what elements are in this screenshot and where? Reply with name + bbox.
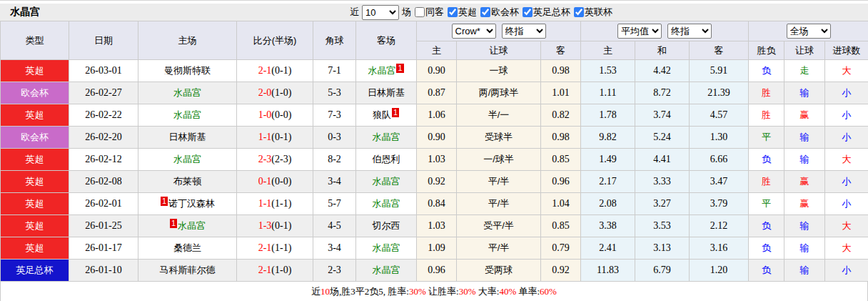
league-checkbox-label: 英联杯 — [585, 6, 612, 19]
home-team-cell: 日林斯基 — [138, 127, 237, 149]
asian-home-odds: 0.96 — [417, 260, 457, 282]
league-filter-英超[interactable]: 英超 — [444, 6, 477, 19]
asian-handicap: 受球半 — [457, 127, 541, 149]
home-team-name[interactable]: 曼彻斯特联 — [164, 65, 211, 76]
euro-away-odds: 6.66 — [690, 149, 749, 171]
league-checkbox[interactable] — [448, 7, 458, 17]
away-team-name[interactable]: 切尔西 — [373, 220, 400, 231]
away-team-name[interactable]: 伯恩利 — [373, 154, 400, 164]
col-header-type: 类型 — [1, 21, 69, 60]
match-row: 英超26-01-251水晶宫1-3(0-1)4-5切尔西1.03受平/半0.85… — [1, 215, 868, 237]
period-select[interactable]: 全场 — [787, 24, 831, 39]
corner-score: 5-3 — [313, 82, 356, 104]
league-filter-欧会杯[interactable]: 欧会杯 — [477, 6, 519, 19]
result-goals: 大 — [825, 149, 868, 171]
summary-segment: 近 — [311, 286, 321, 297]
asian-stage-select[interactable]: 终指 — [502, 24, 546, 39]
full-time-score: 1-0 — [258, 109, 272, 120]
league-checkbox[interactable] — [480, 7, 490, 17]
corner-score: 7-3 — [313, 104, 356, 127]
home-team-name[interactable]: 诺丁汉森林 — [168, 198, 215, 209]
recent-games-select[interactable]: 10 — [362, 5, 399, 20]
home-team-name[interactable]: 水晶宫 — [173, 154, 201, 164]
euro-home-odds: 2.17 — [581, 171, 635, 193]
euro-company-select[interactable]: 平均值 — [617, 24, 662, 39]
same-away-checkbox[interactable] — [415, 7, 425, 17]
full-time-score: 2-3 — [258, 154, 272, 164]
page-title: 水晶宫 — [10, 6, 40, 19]
corner-score: 2-3 — [313, 260, 356, 282]
result-goals: 大 — [825, 237, 868, 260]
home-team-cell: 马科斯菲尔德 — [138, 260, 237, 282]
result-outcome: 平 — [749, 193, 784, 215]
score-cell: 1-3(0-1) — [237, 215, 313, 237]
home-team-name[interactable]: 布莱顿 — [173, 176, 201, 187]
euro-away-odds: 3.79 — [690, 193, 749, 215]
match-date: 26-02-12 — [69, 149, 138, 171]
euro-home-odds: 1.78 — [581, 104, 635, 127]
away-team-name[interactable]: 水晶宫 — [368, 65, 395, 76]
match-row: 英超26-02-12水晶宫2-3(2-3)8-2伯恩利1.03一/球半0.851… — [1, 149, 868, 171]
league-checkbox[interactable] — [574, 7, 584, 17]
result-outcome: 负 — [749, 215, 784, 237]
full-time-score: 2-0 — [258, 87, 272, 98]
asian-away-odds: 0.79 — [541, 237, 581, 260]
away-team-cell: 水晶宫 — [356, 127, 417, 149]
euro-away-odds: 5.91 — [690, 60, 749, 82]
away-team-cell: 切尔西 — [356, 215, 417, 237]
league-filter-英足总杯[interactable]: 英足总杯 — [519, 6, 570, 19]
asian-home-odds: 1.03 — [417, 149, 457, 171]
result-handicap: 走 — [784, 60, 825, 82]
same-away-filter[interactable]: 同客 — [411, 6, 444, 19]
home-team-name[interactable]: 日林斯基 — [169, 132, 206, 142]
asian-handicap: 一球 — [457, 60, 541, 82]
away-team-name[interactable]: 狼队 — [373, 109, 391, 120]
home-team-name[interactable]: 桑德兰 — [173, 242, 201, 253]
col-header-asian-handicap: 让球 — [457, 41, 541, 60]
col-header-result-outcome: 胜负 — [749, 41, 784, 60]
away-team-name[interactable]: 日林斯基 — [368, 87, 405, 98]
away-team-name[interactable]: 水晶宫 — [373, 242, 400, 253]
league-checkbox-label: 英足总杯 — [533, 6, 570, 19]
result-outcome: 负 — [749, 237, 784, 260]
league-type-badge: 英超 — [1, 215, 69, 237]
asian-away-odds: 1.01 — [541, 82, 581, 104]
result-handicap: 输 — [784, 215, 825, 237]
home-team-name[interactable]: 水晶宫 — [173, 87, 201, 98]
euro-stage-select[interactable]: 终指 — [667, 24, 712, 39]
euro-away-odds: 3.47 — [690, 171, 749, 193]
away-team-name[interactable]: 水晶宫 — [373, 198, 400, 209]
corner-score: 8-2 — [313, 149, 356, 171]
home-team-name[interactable]: 水晶宫 — [173, 109, 201, 120]
match-date: 26-01-17 — [69, 237, 138, 260]
result-goals: 小 — [825, 104, 868, 127]
league-type-badge: 英超 — [1, 60, 69, 82]
league-filter-英联杯[interactable]: 英联杯 — [570, 6, 612, 19]
away-team-name[interactable]: 水晶宫 — [373, 265, 400, 275]
match-row: 英超26-03-01曼彻斯特联2-1(0-1)7-1水晶宫10.90一球0.98… — [1, 60, 868, 82]
result-goals: 小 — [825, 193, 868, 215]
corner-score: 4-5 — [313, 215, 356, 237]
full-time-score: 2-1 — [258, 265, 272, 275]
match-row: 英超26-02-22水晶宫1-0(0-0)7-3狼队11.06半/一0.821.… — [1, 104, 868, 127]
asian-company-select[interactable]: Crow* — [452, 24, 496, 39]
euro-home-odds: 9.82 — [581, 127, 635, 149]
euro-away-odds: 3.16 — [690, 237, 749, 260]
score-cell: 2-1(0-1) — [237, 60, 313, 82]
home-team-name[interactable]: 马科斯菲尔德 — [160, 265, 216, 275]
league-type-badge: 欧会杯 — [1, 82, 69, 104]
result-handicap: 输 — [784, 82, 825, 104]
match-date: 26-02-01 — [69, 193, 138, 215]
home-team-name[interactable]: 水晶宫 — [178, 220, 206, 231]
result-outcome: 负 — [749, 149, 784, 171]
match-row: 英足总杯26-01-10马科斯菲尔德2-1(1-0)2-3水晶宫0.96受两球0… — [1, 260, 868, 282]
league-checkbox[interactable] — [523, 7, 533, 17]
league-type-badge: 欧会杯 — [1, 127, 69, 149]
col-header-home: 主场 — [138, 21, 237, 60]
col-header-corner: 角球 — [313, 21, 356, 60]
away-team-name[interactable]: 水晶宫 — [373, 176, 400, 187]
away-team-name[interactable]: 水晶宫 — [373, 132, 400, 142]
asian-handicap: 受两球 — [457, 260, 541, 282]
col-header-score: 比分(半场) — [237, 21, 313, 60]
summary-segment: 单率: — [516, 286, 540, 297]
